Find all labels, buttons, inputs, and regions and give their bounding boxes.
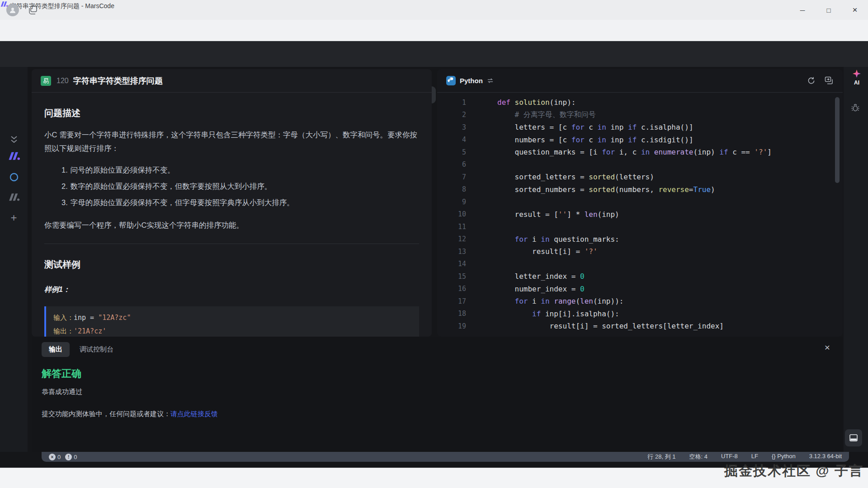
statusbar-item[interactable]: 空格: 4 [689, 453, 707, 461]
code-token: result[i] = [497, 247, 585, 256]
code-token: solution [515, 98, 550, 107]
feedback-bug-button[interactable] [851, 103, 860, 114]
line-number: 3 [437, 123, 466, 131]
browser-profile-avatar[interactable] [6, 4, 19, 16]
code-line: 4 numbers = [c for c in inp if c.isdigit… [437, 134, 843, 146]
rule-number: 1. [61, 166, 68, 174]
line-number: 9 [437, 198, 466, 206]
statusbar-item[interactable]: 行 28, 列 1 [647, 453, 675, 461]
code-line-content: number_index = 0 [497, 285, 585, 293]
statusbar-right-items: 行 28, 列 1空格: 4UTF-8LF{} Python3.12.3 64-… [647, 453, 842, 461]
code-token: inp [606, 136, 628, 144]
line-number: 19 [437, 322, 466, 330]
tab-output[interactable]: 输出 [42, 342, 70, 357]
statusbar-item[interactable]: LF [751, 453, 758, 461]
window-maximize-button[interactable]: □ [818, 0, 839, 20]
line-number: 16 [437, 285, 466, 293]
code-token: = [689, 185, 693, 194]
code-token: 输出： [53, 327, 74, 335]
code-token: sorted [589, 173, 615, 181]
code-token: '21A?cz' [74, 327, 106, 335]
code-token: question_marks: [550, 235, 619, 244]
ai-assistant-button[interactable]: AI [849, 70, 864, 86]
rule-item: 1.问号的原始位置必须保持不变。 [61, 163, 419, 177]
code-token: (inp) [693, 148, 720, 156]
sidebar-item-projects[interactable] [0, 192, 28, 202]
sample-line: 输入：inp = "12A?zc" [53, 311, 412, 324]
code-area[interactable]: 1def solution(inp):2 # 分离字母、数字和问号3 lette… [437, 93, 843, 333]
code-token: 0 [580, 285, 585, 293]
compare-icon[interactable] [825, 76, 834, 85]
code-token: reverse [658, 185, 689, 194]
circle-ring-icon [9, 172, 19, 182]
line-number: 1 [437, 99, 466, 107]
code-line: 10 result = [''] * len(inp) [437, 208, 843, 221]
code-line-content: if inp[i].isalpha(): [497, 310, 619, 318]
code-editor-panel: Python 1def solution(inp):2 # 分离字母、数字和问号… [437, 69, 843, 337]
ai-label: AI [849, 80, 864, 86]
person-icon [9, 6, 16, 14]
line-number: 5 [437, 148, 466, 156]
code-token: i [528, 297, 541, 305]
language-selector[interactable]: Python [446, 76, 494, 85]
add-workspace-button[interactable]: + [0, 211, 28, 224]
language-switch-icon [487, 77, 494, 84]
code-token: for [515, 235, 528, 244]
close-icon: × [852, 5, 857, 15]
activity-bar: + [0, 67, 28, 452]
code-line-content: # 分离字母、数字和问号 [497, 110, 596, 120]
window-minimize-button[interactable]: ─ [792, 0, 813, 20]
line-number: 10 [437, 210, 466, 218]
screen: 字符串字符类型排序问题 - MarsCode ─ □ × ← [0, 0, 868, 488]
browser-toolbar: ← ☆ 4 [0, 20, 868, 41]
code-line: 18 if inp[i].isalpha(): [437, 308, 843, 320]
code-line: 3 letters = [c for c in inp if c.isalpha… [437, 121, 843, 134]
console-close-button[interactable]: × [825, 343, 830, 352]
sample1-code-block[interactable]: 输入：inp = "12A?zc"输出：'21A?cz' [44, 306, 419, 337]
browser-tab-title-row: 字符串字符类型排序问题 - MarsCode [0, 0, 868, 20]
code-line-content: numbers = [c for c in inp if c.isdigit()… [497, 136, 693, 144]
minimize-icon: ─ [800, 6, 805, 14]
code-token: def [497, 98, 515, 107]
code-token: for [571, 136, 585, 144]
workspaces-icon[interactable] [28, 5, 38, 17]
code-token: numbers = [c [497, 136, 571, 144]
warnings-count[interactable]: !0 [65, 454, 77, 460]
code-token: 输入： [53, 314, 74, 322]
sidebar-item-practice-active[interactable] [0, 151, 28, 161]
code-line-content: for i in question_marks: [497, 235, 619, 244]
editor-scrollbar-thumb[interactable] [835, 97, 840, 183]
marscode-m-gray-icon [8, 192, 20, 202]
reset-code-icon[interactable] [807, 76, 816, 85]
rule-text: 数字的原始位置必须保持不变，但数字要按照从大到小排序。 [71, 182, 272, 190]
line-number: 14 [437, 260, 466, 268]
code-token: sorted [589, 185, 615, 194]
code-token: letters = [c [497, 123, 571, 131]
code-token: len [580, 297, 593, 305]
statusbar-item[interactable]: {} Python [772, 453, 796, 461]
feedback-link[interactable]: 请点此链接反馈 [170, 410, 218, 418]
console-toggle-button[interactable] [845, 429, 862, 446]
code-token: enumerate [654, 148, 693, 156]
errors-count[interactable]: ×0 [49, 454, 61, 460]
line-number: 15 [437, 272, 466, 281]
tab-debug-console[interactable]: 调试控制台 [80, 345, 113, 354]
statusbar-item[interactable]: UTF-8 [721, 453, 738, 461]
sidebar-item-courses[interactable] [0, 135, 28, 145]
code-line-content: letter_index = 0 [497, 272, 585, 281]
problems-counts[interactable]: ×0 !0 [49, 454, 77, 460]
problem-panel-header: 易 120 字符串字符类型排序问题 [32, 69, 432, 93]
window-close-button[interactable]: × [844, 0, 865, 20]
code-token: for [602, 148, 615, 156]
statusbar-item[interactable]: 3.12.3 64-bit [809, 453, 842, 461]
code-token [497, 235, 515, 244]
code-line: 7 sorted_letters = sorted(letters) [437, 171, 843, 183]
sidebar-item-explore[interactable] [0, 172, 28, 182]
code-token: (inp) [598, 210, 619, 219]
code-line-content: for i in range(len(inp)): [497, 297, 623, 305]
code-token: in [541, 297, 549, 305]
code-token: '?' [754, 148, 767, 156]
code-token: c.isdigit()] [637, 136, 693, 144]
code-token: if [628, 123, 637, 131]
code-token [550, 297, 554, 305]
